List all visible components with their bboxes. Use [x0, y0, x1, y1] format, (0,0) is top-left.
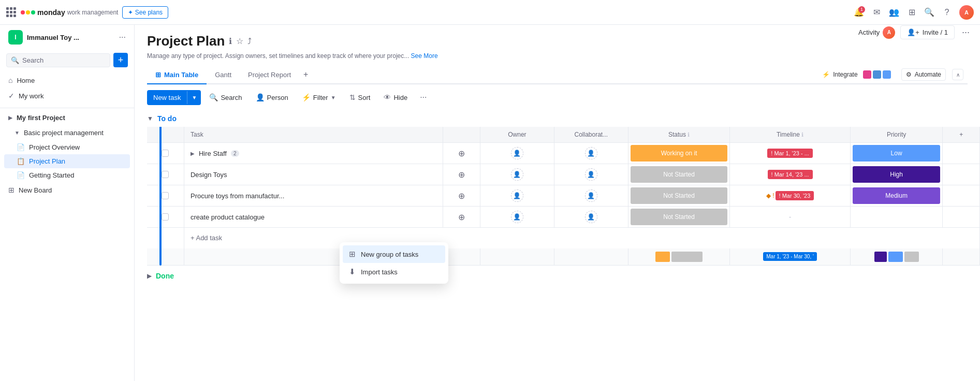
- invite-button[interactable]: 👤+ Invite / 1: [900, 25, 955, 39]
- row-priority-cell[interactable]: [850, 207, 943, 228]
- row-priority-cell[interactable]: Low: [850, 143, 943, 164]
- sidebar-item-home[interactable]: ⌂ Home: [0, 72, 134, 88]
- sidebar-basic-pm[interactable]: ▼ Basic project management: [0, 125, 134, 140]
- timeline-dash: -: [789, 213, 792, 221]
- group-collapse-icon[interactable]: ▼: [147, 115, 153, 122]
- collapse-button[interactable]: ∧: [952, 69, 963, 80]
- row-checkbox[interactable]: [162, 150, 169, 157]
- add-subtask-icon[interactable]: ⊕: [458, 191, 465, 201]
- add-tab-button[interactable]: +: [299, 66, 312, 83]
- row-status-cell[interactable]: Not Started: [628, 185, 730, 207]
- collab-avatar[interactable]: 👤: [585, 147, 597, 159]
- activity-button[interactable]: Activity A: [858, 26, 895, 39]
- row-checkbox-cell: [147, 207, 184, 228]
- person-button[interactable]: 👤 Person: [251, 90, 294, 105]
- activity-avatar: A: [883, 26, 895, 39]
- collab-avatar[interactable]: 👤: [585, 168, 597, 181]
- workspace-more-icon[interactable]: ···: [119, 33, 126, 42]
- sidebar-myfirstproject-label: My first Project: [17, 114, 65, 122]
- notifications-icon[interactable]: 🔔1: [854, 7, 864, 18]
- page-title-row: Project Plan ℹ ☆ ⤴ Activity A 👤+ Invite …: [147, 33, 968, 49]
- filter-button[interactable]: ⚡ Filter ▼: [297, 90, 341, 105]
- sidebar-item-project-plan[interactable]: 📋 Project Plan: [4, 154, 130, 168]
- automate-label: Automate: [915, 71, 941, 78]
- add-subtask-icon[interactable]: ⊕: [458, 170, 465, 180]
- share-icon[interactable]: ⤴: [247, 37, 252, 46]
- dropdown-menu: ⊞ New group of tasks ⬇ Import tasks: [340, 242, 448, 284]
- col-owner-header: Owner: [480, 127, 554, 143]
- search-icon[interactable]: 🔍: [924, 7, 934, 18]
- automate-button[interactable]: ⚙ Automate: [901, 68, 946, 81]
- sort-button[interactable]: ⇅ Sort: [344, 90, 376, 105]
- row-status-cell[interactable]: Not Started: [628, 164, 730, 185]
- row-timeline-cell[interactable]: ◆ ! ! Mar 30, '23: [730, 185, 850, 207]
- sidebar-item-getting-started[interactable]: 📄 Getting Started: [0, 168, 134, 182]
- owner-avatar[interactable]: 👤: [511, 189, 523, 202]
- dropdown-item-new-group[interactable]: ⊞ New group of tasks: [343, 245, 445, 263]
- add-subtask-icon[interactable]: ⊕: [458, 212, 465, 222]
- row-owner-cell: 👤: [480, 143, 554, 164]
- row-checkbox[interactable]: [162, 213, 169, 221]
- see-more-link[interactable]: See More: [411, 52, 438, 60]
- timeline-info-icon[interactable]: ℹ: [801, 131, 803, 138]
- tab-gantt[interactable]: Gantt: [207, 66, 240, 84]
- collab-avatar[interactable]: 👤: [585, 211, 597, 223]
- owner-avatar[interactable]: 👤: [511, 211, 523, 223]
- integrate-button[interactable]: ⚡ Integrate: [818, 68, 895, 81]
- sidebar-item-project-overview[interactable]: 📄 Project Overview: [0, 140, 134, 154]
- user-avatar[interactable]: A: [959, 5, 974, 20]
- summary-priority: [850, 248, 943, 266]
- integrate-label: Integrate: [833, 71, 857, 78]
- more-options-button[interactable]: ···: [960, 25, 972, 40]
- owner-avatar[interactable]: 👤: [511, 147, 523, 159]
- integration-logo-3: [883, 70, 891, 79]
- row-expand-icon[interactable]: ▶: [191, 151, 195, 156]
- row-status-cell[interactable]: Working on it: [628, 143, 730, 164]
- row-status-cell[interactable]: Not Started: [628, 207, 730, 228]
- search-box[interactable]: 🔍 Search: [6, 53, 110, 67]
- inbox-icon[interactable]: ✉: [871, 7, 882, 18]
- apps-icon[interactable]: ⊞: [906, 7, 917, 18]
- owner-avatar[interactable]: 👤: [511, 168, 523, 181]
- sidebar-item-mywork[interactable]: ✓ My work: [0, 88, 134, 104]
- status-info-icon[interactable]: ℹ: [688, 131, 690, 138]
- row-timeline-cell[interactable]: -: [730, 207, 850, 228]
- row-timeline-cell[interactable]: ! Mar 1, '23 - ...: [730, 143, 850, 164]
- summary-timeline-badge: Mar 1, '23 - Mar 30, ': [763, 252, 817, 261]
- row-priority-cell[interactable]: Medium: [850, 185, 943, 207]
- row-timeline-cell[interactable]: ! Mar 14, '23 ...: [730, 164, 850, 185]
- add-button[interactable]: +: [113, 53, 128, 67]
- workspace-selector[interactable]: I Immanuel Toy ... ···: [0, 25, 134, 50]
- dropdown-item-import-tasks[interactable]: ⬇ Import tasks: [343, 263, 445, 281]
- collab-avatar[interactable]: 👤: [585, 189, 597, 202]
- sidebar-item-new-board[interactable]: ⊞ New Board: [0, 182, 134, 198]
- col-timeline-header: Timeline ℹ: [730, 127, 850, 143]
- new-task-button[interactable]: New task ▼: [147, 90, 201, 105]
- hide-button[interactable]: 👁 Hide: [378, 90, 413, 105]
- tab-main-table[interactable]: ⊞ Main Table: [147, 66, 207, 84]
- info-icon[interactable]: ℹ: [229, 36, 232, 46]
- row-checkbox[interactable]: [162, 171, 169, 178]
- tab-project-report[interactable]: Project Report: [240, 66, 299, 84]
- help-icon[interactable]: ?: [942, 7, 952, 18]
- see-plans-button[interactable]: ✦ See plans: [122, 6, 168, 19]
- sidebar-item-myfirstproject[interactable]: ▶ My first Project: [0, 110, 134, 125]
- people-icon[interactable]: 👥: [889, 7, 899, 18]
- logo-dot-green: [31, 10, 35, 14]
- add-subtask-icon[interactable]: ⊕: [458, 149, 465, 158]
- col-new-header[interactable]: +: [943, 127, 980, 143]
- page-description: Manage any type of project. Assign owner…: [147, 52, 968, 60]
- group-done-label: Done: [156, 272, 174, 280]
- sidebar-item-label: My work: [19, 92, 43, 100]
- star-icon[interactable]: ☆: [236, 36, 243, 46]
- table-row: ▶ Hire Staff 2 ⊕ 👤 👤 Working on it: [147, 143, 980, 164]
- toolbar-more-button[interactable]: ···: [416, 90, 431, 105]
- new-task-dropdown-arrow[interactable]: ▼: [187, 91, 201, 104]
- status-badge: Not Started: [631, 187, 728, 204]
- add-task-button[interactable]: + Add task: [184, 229, 979, 247]
- row-priority-cell[interactable]: High: [850, 164, 943, 185]
- grid-menu-icon[interactable]: [6, 7, 17, 18]
- row-checkbox[interactable]: [162, 192, 169, 199]
- search-button[interactable]: 🔍 Search: [204, 90, 247, 105]
- done-collapse-icon[interactable]: ▶: [147, 272, 152, 280]
